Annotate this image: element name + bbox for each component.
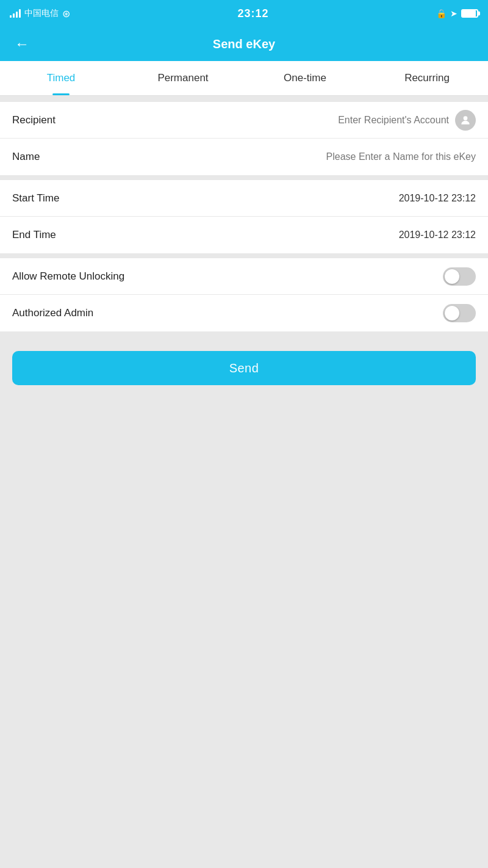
header: ← Send eKey [0, 27, 488, 61]
background-fill [0, 400, 488, 868]
wifi-icon: ⊛ [62, 8, 70, 20]
time-section: Start Time 2019-10-12 23:12 End Time 201… [0, 180, 488, 253]
start-time-value: 2019-10-12 23:12 [399, 193, 476, 204]
name-row: Name [0, 139, 488, 175]
remote-unlocking-toggle[interactable] [443, 267, 476, 286]
tab-bar: Timed Permanent One-time Recurring [0, 61, 488, 96]
start-time-value-area[interactable]: 2019-10-12 23:12 [92, 193, 476, 204]
back-button[interactable]: ← [10, 32, 34, 56]
tab-permanent[interactable]: Permanent [122, 61, 244, 95]
signal-icon [10, 9, 21, 18]
end-time-value: 2019-10-12 23:12 [399, 230, 476, 241]
authorized-admin-row: Authorized Admin [0, 295, 488, 331]
remote-unlocking-label: Allow Remote Unlocking [12, 270, 124, 283]
page-title: Send eKey [213, 37, 275, 51]
contact-picker-icon[interactable] [455, 110, 476, 131]
recipient-input-area[interactable] [92, 110, 476, 131]
end-time-label: End Time [12, 229, 92, 241]
authorized-admin-toggle-area[interactable] [93, 304, 476, 322]
start-time-label: Start Time [12, 192, 92, 204]
remote-unlocking-toggle-area[interactable] [124, 267, 476, 286]
recipient-row: Recipient [0, 102, 488, 139]
send-section: Send [0, 336, 488, 400]
name-label: Name [12, 151, 92, 163]
status-time: 23:12 [237, 7, 268, 20]
battery-icon [461, 9, 478, 18]
tab-onetime[interactable]: One-time [244, 61, 366, 95]
recipient-label: Recipient [12, 114, 92, 126]
tab-timed[interactable]: Timed [0, 61, 122, 95]
status-right: 🔒 ➤ [436, 9, 478, 18]
authorized-admin-toggle[interactable] [443, 304, 476, 322]
status-left: 中国电信 ⊛ [10, 8, 70, 20]
authorized-admin-toggle-thumb [445, 306, 459, 320]
status-bar: 中国电信 ⊛ 23:12 🔒 ➤ [0, 0, 488, 27]
lock-icon: 🔒 [436, 9, 447, 18]
authorized-admin-label: Authorized Admin [12, 307, 93, 319]
recipient-section: Recipient Name [0, 102, 488, 175]
location-icon: ➤ [450, 9, 458, 18]
tab-recurring[interactable]: Recurring [366, 61, 488, 95]
remote-unlocking-toggle-thumb [445, 269, 459, 284]
start-time-row[interactable]: Start Time 2019-10-12 23:12 [0, 180, 488, 217]
send-button[interactable]: Send [12, 351, 476, 385]
name-input[interactable] [244, 151, 476, 162]
toggles-section: Allow Remote Unlocking Authorized Admin [0, 258, 488, 331]
name-input-area[interactable] [92, 151, 476, 162]
remote-unlocking-row: Allow Remote Unlocking [0, 258, 488, 295]
carrier-name: 中国电信 [24, 8, 59, 19]
end-time-value-area[interactable]: 2019-10-12 23:12 [92, 230, 476, 241]
recipient-input[interactable] [278, 115, 449, 126]
svg-point-0 [464, 116, 468, 120]
end-time-row[interactable]: End Time 2019-10-12 23:12 [0, 217, 488, 253]
